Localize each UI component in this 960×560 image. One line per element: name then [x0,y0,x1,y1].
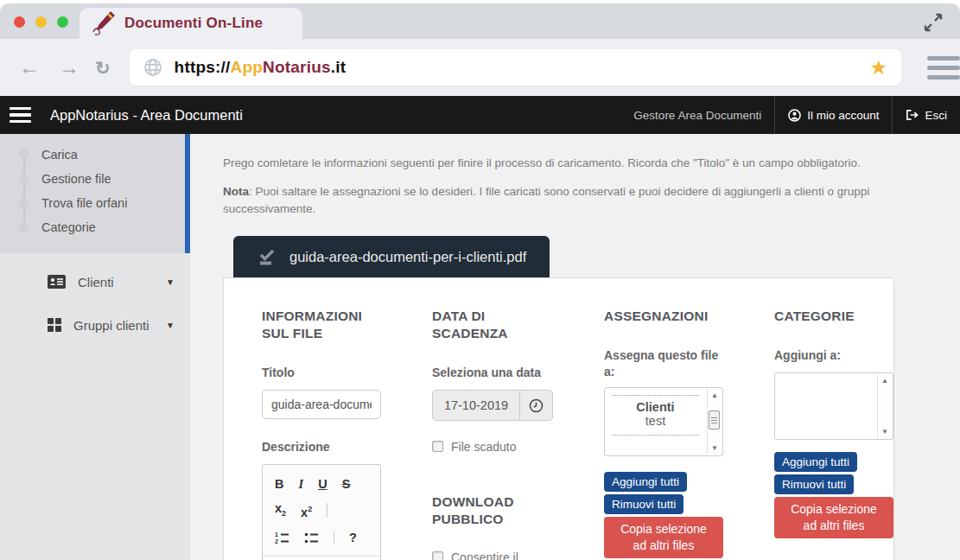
logout-label: Esci [925,109,947,122]
assegnazioni-heading: ASSEGNAZIONI [604,308,723,325]
scrollbar-thumb[interactable] [709,410,720,430]
minimize-button[interactable] [35,16,47,28]
bullet-list-icon[interactable] [304,531,319,544]
main-content: Prego comletare le informazioni seguenti… [190,134,960,560]
titolo-input[interactable] [262,390,381,419]
info-heading: INFORMAZIONI SUL FILE [262,308,381,342]
file-scaduto-label: File scaduto [451,438,516,455]
scroll-down-icon[interactable]: ▼ [711,444,718,452]
group-separator [612,435,699,436]
rimuovi-tutti-button[interactable]: Rimuovi tutti [604,494,683,514]
grid-icon [48,318,61,332]
note-text: Nota: Puoi saltare le assegnazioni se lo… [223,183,894,218]
sidebar-item-categorie[interactable]: Categorie [0,215,185,239]
app-body: Carica Gestione file Trova file orfani C… [0,134,960,560]
categorie-listbox[interactable]: ▲ ▼ [774,372,893,440]
upload-details-panel: INFORMAZIONI SUL FILE Titolo Descrizione… [223,277,894,560]
browser-menu-icon[interactable] [927,56,960,80]
bookmark-star-icon[interactable]: ★ [869,58,887,78]
data-label: Seleziona una data [432,365,553,381]
ordered-list-icon[interactable]: 1 2 [275,531,289,544]
copia-selezione-button[interactable]: Copia selezione ad altri files [604,517,723,558]
sidebar-gruppi-label: Gruppi clienti [73,318,149,333]
categorie-heading: CATEGORIE [774,308,893,325]
url-text: https://AppNotarius.it [175,58,346,77]
sidebar-item-gruppi-clienti[interactable]: Gruppi clienti ▼ [0,310,190,340]
close-button[interactable] [14,16,25,28]
bold-button[interactable]: B [275,477,283,491]
download-pubblico-row: Consentire il donwload pubblico di quest… [432,549,553,560]
editor-toolbar-row2: x2 x2 [263,501,380,520]
editor-toolbar-row1: B I U S [263,477,380,491]
group-separator [612,395,699,396]
listbox-content: Clienti test [605,395,706,436]
help-button[interactable]: ? [349,531,357,544]
scroll-down-icon[interactable]: ▼ [881,428,888,436]
pen-signature-icon [92,10,116,36]
sidebar: Carica Gestione file Trova file orfani C… [0,134,190,560]
reload-icon[interactable]: ↻ [95,59,111,77]
sidebar-item-carica[interactable]: Carica [0,143,185,167]
app-navbar: AppNotarius - Area Documenti Gestore Are… [0,96,960,134]
file-scaduto-row: File scaduto [432,438,553,455]
intro-text: Prego comletare le informazioni seguenti… [223,155,894,172]
download-heading: DOWNLOAD PUBBLICO [432,493,553,528]
aggiungi-tutti-button[interactable]: Aggiungi tutti [604,472,687,492]
rimuovi-tutti-button[interactable]: Rimuovi tutti [774,474,854,494]
descrizione-label: Descrizione [262,439,381,455]
italic-button[interactable]: I [298,477,303,491]
date-value[interactable]: 17-10-2019 [433,391,519,420]
subscript-button[interactable]: x2 [275,501,286,520]
clienti-listbox[interactable]: Clienti test ▲ ▼ [604,387,723,456]
sidebar-item-gestione-file[interactable]: Gestione file [0,167,185,191]
assegnazioni-buttons: Aggiungi tutti Rimuovi tutti Copia selez… [604,472,723,558]
categorie-buttons: Aggiungi tutti Rimuovi tutti Copia selez… [774,452,893,538]
maximize-button[interactable] [57,16,68,28]
column-categorie: CATEGORIE Aggiungi a: ▲ ▼ Aggiungi tutti… [774,308,893,560]
clock-icon[interactable] [519,391,552,420]
description-editor[interactable]: B I U S x2 x2 [262,464,381,560]
aggiungi-tutti-button[interactable]: Aggiungi tutti [774,452,857,472]
scroll-up-icon[interactable]: ▲ [711,391,718,399]
sidebar-item-trova-file-orfani[interactable]: Trova file orfani [0,191,185,215]
superscript-button[interactable]: x2 [301,502,312,519]
app-title: AppNotarius - Area Documenti [50,107,243,124]
address-bar[interactable]: https://AppNotarius.it ★ [130,49,901,86]
window-controls [14,16,68,28]
file-scaduto-checkbox[interactable] [432,441,443,452]
sidebar-toggle-icon[interactable] [10,107,31,124]
logout-button[interactable]: Esci [892,96,960,134]
note-label: Nota [223,185,249,198]
forward-icon[interactable]: → [59,57,79,78]
caret-down-icon: ▼ [166,321,175,330]
listbox-scrollbar[interactable]: ▲ ▼ [877,374,892,438]
logout-icon [906,109,919,121]
scadenza-heading: DATA DI SCADENZA [432,308,553,342]
back-icon[interactable]: ← [19,57,40,78]
browser-tabstrip: Documenti On-Line [0,3,960,39]
navbar-role-label: Gestore Area Documenti [620,96,774,134]
sidebar-clienti-label: Clienti [78,275,114,290]
strikethrough-button[interactable]: S [342,477,351,491]
expand-icon[interactable] [924,13,943,32]
sidebar-item-clienti[interactable]: Clienti ▼ [0,267,190,296]
download-icon [257,249,277,265]
account-menu[interactable]: Il mio account [774,96,892,134]
description-textarea[interactable] [263,556,380,560]
assegna-label: Assegna questo file a: [604,347,723,380]
scroll-up-icon[interactable]: ▲ [881,377,888,385]
file-tab[interactable]: guida-area-documenti-per-i-clienti.pdf [233,236,550,277]
browser-toolbar: ← → ↻ https://AppNotarius.it ★ [0,39,960,96]
user-icon [788,109,801,122]
navbar-right: Gestore Area Documenti Il mio account [620,96,960,134]
toolbar-separator [327,503,327,518]
download-pubblico-checkbox[interactable] [432,551,443,560]
download-pubblico-label: Consentire il donwload pubblico di quest… [451,549,553,560]
date-picker[interactable]: 17-10-2019 [432,390,553,421]
listbox-option-test[interactable]: test [605,414,706,428]
browser-tab[interactable]: Documenti On-Line [79,8,302,39]
globe-icon [143,58,162,77]
copia-selezione-button[interactable]: Copia selezione ad altri files [774,497,893,538]
underline-button[interactable]: U [318,477,327,491]
toolbar-separator [334,531,334,545]
